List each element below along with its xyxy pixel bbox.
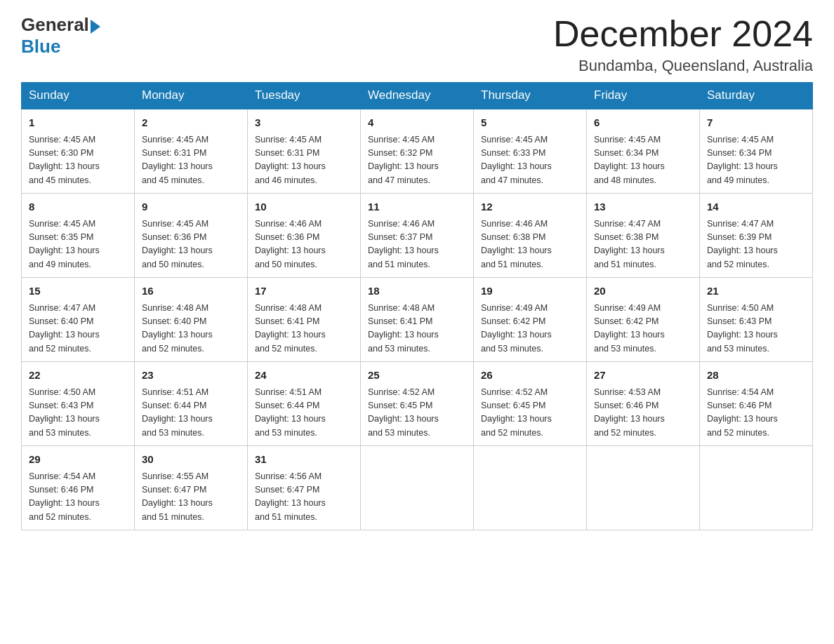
day-info: Sunrise: 4:52 AMSunset: 6:45 PMDaylight:… xyxy=(368,386,466,441)
header-cell-thursday: Thursday xyxy=(474,83,587,109)
calendar-title: December 2024 xyxy=(553,14,813,54)
page-header: General Blue December 2024 Bundamba, Que… xyxy=(21,14,813,75)
day-info: Sunrise: 4:52 AMSunset: 6:45 PMDaylight:… xyxy=(481,386,579,441)
day-number: 23 xyxy=(142,368,240,384)
day-number: 26 xyxy=(481,368,579,384)
header-cell-friday: Friday xyxy=(587,83,700,109)
day-number: 2 xyxy=(142,115,240,131)
calendar-day-cell: 19Sunrise: 4:49 AMSunset: 6:42 PMDayligh… xyxy=(474,278,587,362)
calendar-week-row: 8Sunrise: 4:45 AMSunset: 6:35 PMDaylight… xyxy=(22,194,813,278)
calendar-week-row: 29Sunrise: 4:54 AMSunset: 6:46 PMDayligh… xyxy=(22,446,813,530)
header-cell-monday: Monday xyxy=(135,83,248,109)
day-info: Sunrise: 4:49 AMSunset: 6:42 PMDaylight:… xyxy=(594,302,692,356)
logo-arrow-icon xyxy=(91,20,100,34)
day-number: 4 xyxy=(368,115,466,131)
calendar-week-row: 22Sunrise: 4:50 AMSunset: 6:43 PMDayligh… xyxy=(22,362,813,446)
day-info: Sunrise: 4:45 AMSunset: 6:30 PMDaylight:… xyxy=(29,133,127,188)
day-number: 28 xyxy=(707,368,805,384)
day-number: 5 xyxy=(481,115,579,131)
calendar-day-cell: 30Sunrise: 4:55 AMSunset: 6:47 PMDayligh… xyxy=(135,446,248,530)
day-info: Sunrise: 4:49 AMSunset: 6:42 PMDaylight:… xyxy=(481,302,579,356)
calendar-day-cell: 11Sunrise: 4:46 AMSunset: 6:37 PMDayligh… xyxy=(361,194,474,278)
day-info: Sunrise: 4:45 AMSunset: 6:31 PMDaylight:… xyxy=(142,133,240,188)
calendar-day-cell: 31Sunrise: 4:56 AMSunset: 6:47 PMDayligh… xyxy=(248,446,361,530)
day-number: 13 xyxy=(594,199,692,215)
calendar-day-cell: 16Sunrise: 4:48 AMSunset: 6:40 PMDayligh… xyxy=(135,278,248,362)
calendar-day-cell: 3Sunrise: 4:45 AMSunset: 6:31 PMDaylight… xyxy=(248,109,361,194)
day-number: 31 xyxy=(255,452,353,468)
header-cell-tuesday: Tuesday xyxy=(248,83,361,109)
day-info: Sunrise: 4:46 AMSunset: 6:36 PMDaylight:… xyxy=(255,217,353,272)
day-info: Sunrise: 4:51 AMSunset: 6:44 PMDaylight:… xyxy=(142,386,240,441)
calendar-day-cell: 14Sunrise: 4:47 AMSunset: 6:39 PMDayligh… xyxy=(700,194,813,278)
day-number: 21 xyxy=(707,283,805,300)
day-number: 27 xyxy=(594,368,692,384)
header-row: SundayMondayTuesdayWednesdayThursdayFrid… xyxy=(22,83,813,109)
day-number: 6 xyxy=(594,115,692,131)
calendar-day-cell: 18Sunrise: 4:48 AMSunset: 6:41 PMDayligh… xyxy=(361,278,474,362)
day-info: Sunrise: 4:56 AMSunset: 6:47 PMDaylight:… xyxy=(255,470,353,525)
calendar-day-cell: 4Sunrise: 4:45 AMSunset: 6:32 PMDaylight… xyxy=(361,109,474,194)
day-number: 17 xyxy=(255,283,353,300)
day-number: 7 xyxy=(707,115,805,131)
day-number: 11 xyxy=(368,199,466,215)
day-info: Sunrise: 4:47 AMSunset: 6:40 PMDaylight:… xyxy=(29,302,127,356)
day-info: Sunrise: 4:50 AMSunset: 6:43 PMDaylight:… xyxy=(707,302,805,356)
calendar-day-cell: 5Sunrise: 4:45 AMSunset: 6:33 PMDaylight… xyxy=(474,109,587,194)
day-info: Sunrise: 4:47 AMSunset: 6:38 PMDaylight:… xyxy=(594,217,692,272)
calendar-day-cell: 7Sunrise: 4:45 AMSunset: 6:34 PMDaylight… xyxy=(700,109,813,194)
day-number: 8 xyxy=(29,199,127,215)
calendar-day-cell: 2Sunrise: 4:45 AMSunset: 6:31 PMDaylight… xyxy=(135,109,248,194)
calendar-table: SundayMondayTuesdayWednesdayThursdayFrid… xyxy=(21,82,813,530)
calendar-day-cell: 22Sunrise: 4:50 AMSunset: 6:43 PMDayligh… xyxy=(22,362,135,446)
calendar-day-cell: 23Sunrise: 4:51 AMSunset: 6:44 PMDayligh… xyxy=(135,362,248,446)
calendar-day-cell: 15Sunrise: 4:47 AMSunset: 6:40 PMDayligh… xyxy=(22,278,135,362)
day-number: 16 xyxy=(142,283,240,300)
calendar-day-cell: 1Sunrise: 4:45 AMSunset: 6:30 PMDaylight… xyxy=(22,109,135,194)
day-info: Sunrise: 4:45 AMSunset: 6:36 PMDaylight:… xyxy=(142,217,240,272)
calendar-day-cell: 28Sunrise: 4:54 AMSunset: 6:46 PMDayligh… xyxy=(700,362,813,446)
day-info: Sunrise: 4:45 AMSunset: 6:34 PMDaylight:… xyxy=(594,133,692,188)
calendar-day-cell xyxy=(474,446,587,530)
calendar-day-cell: 13Sunrise: 4:47 AMSunset: 6:38 PMDayligh… xyxy=(587,194,700,278)
day-info: Sunrise: 4:45 AMSunset: 6:33 PMDaylight:… xyxy=(481,133,579,188)
day-number: 15 xyxy=(29,283,127,300)
calendar-day-cell: 26Sunrise: 4:52 AMSunset: 6:45 PMDayligh… xyxy=(474,362,587,446)
day-info: Sunrise: 4:55 AMSunset: 6:47 PMDaylight:… xyxy=(142,470,240,525)
calendar-day-cell: 9Sunrise: 4:45 AMSunset: 6:36 PMDaylight… xyxy=(135,194,248,278)
day-info: Sunrise: 4:45 AMSunset: 6:35 PMDaylight:… xyxy=(29,217,127,272)
calendar-day-cell: 27Sunrise: 4:53 AMSunset: 6:46 PMDayligh… xyxy=(587,362,700,446)
calendar-day-cell: 12Sunrise: 4:46 AMSunset: 6:38 PMDayligh… xyxy=(474,194,587,278)
day-number: 18 xyxy=(368,283,466,300)
calendar-day-cell: 21Sunrise: 4:50 AMSunset: 6:43 PMDayligh… xyxy=(700,278,813,362)
day-number: 25 xyxy=(368,368,466,384)
calendar-week-row: 15Sunrise: 4:47 AMSunset: 6:40 PMDayligh… xyxy=(22,278,813,362)
calendar-day-cell xyxy=(700,446,813,530)
day-number: 3 xyxy=(255,115,353,131)
day-number: 22 xyxy=(29,368,127,384)
calendar-day-cell: 24Sunrise: 4:51 AMSunset: 6:44 PMDayligh… xyxy=(248,362,361,446)
calendar-day-cell: 29Sunrise: 4:54 AMSunset: 6:46 PMDayligh… xyxy=(22,446,135,530)
day-number: 14 xyxy=(707,199,805,215)
day-number: 10 xyxy=(255,199,353,215)
day-info: Sunrise: 4:47 AMSunset: 6:39 PMDaylight:… xyxy=(707,217,805,272)
day-info: Sunrise: 4:54 AMSunset: 6:46 PMDaylight:… xyxy=(707,386,805,441)
day-info: Sunrise: 4:53 AMSunset: 6:46 PMDaylight:… xyxy=(594,386,692,441)
logo: General Blue xyxy=(21,14,100,58)
day-info: Sunrise: 4:45 AMSunset: 6:32 PMDaylight:… xyxy=(368,133,466,188)
calendar-day-cell: 25Sunrise: 4:52 AMSunset: 6:45 PMDayligh… xyxy=(361,362,474,446)
day-number: 20 xyxy=(594,283,692,300)
logo-blue-text: Blue xyxy=(21,36,60,57)
calendar-day-cell xyxy=(587,446,700,530)
day-info: Sunrise: 4:48 AMSunset: 6:41 PMDaylight:… xyxy=(255,302,353,356)
day-info: Sunrise: 4:50 AMSunset: 6:43 PMDaylight:… xyxy=(29,386,127,441)
day-info: Sunrise: 4:48 AMSunset: 6:41 PMDaylight:… xyxy=(368,302,466,356)
day-info: Sunrise: 4:48 AMSunset: 6:40 PMDaylight:… xyxy=(142,302,240,356)
day-info: Sunrise: 4:46 AMSunset: 6:38 PMDaylight:… xyxy=(481,217,579,272)
calendar-day-cell xyxy=(361,446,474,530)
calendar-day-cell: 6Sunrise: 4:45 AMSunset: 6:34 PMDaylight… xyxy=(587,109,700,194)
day-number: 24 xyxy=(255,368,353,384)
day-number: 12 xyxy=(481,199,579,215)
day-info: Sunrise: 4:51 AMSunset: 6:44 PMDaylight:… xyxy=(255,386,353,441)
calendar-subtitle: Bundamba, Queensland, Australia xyxy=(553,57,813,75)
